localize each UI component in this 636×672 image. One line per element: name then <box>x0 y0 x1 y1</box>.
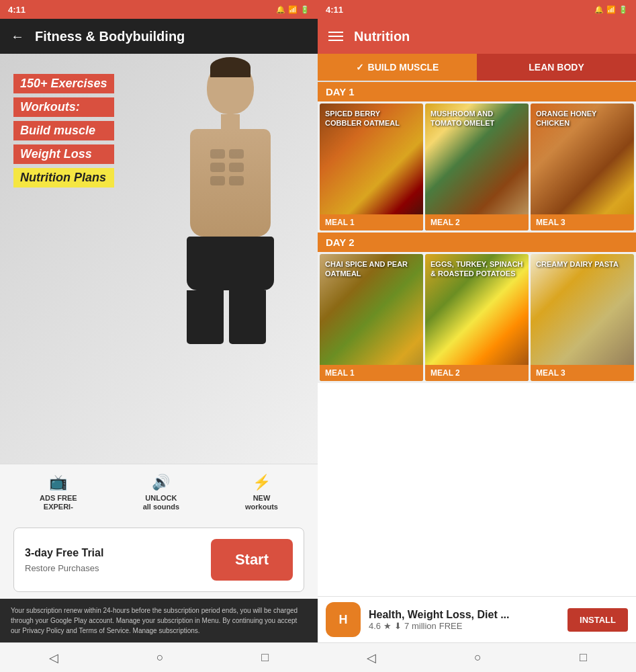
feature-workouts: ⚡ NEWworkouts <box>245 474 278 511</box>
right-title: Nutrition <box>354 29 410 44</box>
wifi-icon: 📶 <box>288 5 298 14</box>
right-header: Nutrition <box>318 19 636 54</box>
feature-ads-label: ADS FREEEXPERI- <box>40 494 77 511</box>
meal-card-2[interactable]: MUSHROOM AND TOMATO OMELET MEAL 2 <box>425 103 529 230</box>
person-hair <box>210 57 251 77</box>
meal6-name: CREAMY DAIRY PASTA <box>536 259 629 269</box>
feature-sounds-label: UNLOCKall sounds <box>143 494 179 511</box>
right-time: 4:11 <box>326 5 343 15</box>
back-button[interactable]: ← <box>11 29 24 44</box>
day2-meals: CHAI SPICE AND PEAR OATMEAL MEAL 1 EGGS,… <box>318 252 636 383</box>
left-nav-bar: ◁ ○ □ <box>0 642 318 672</box>
trial-info: 3-day Free Trial Restore Purchases <box>25 547 103 573</box>
right-nav-bar: ◁ ○ □ <box>318 642 636 672</box>
hero-text: 150+ Exercises Workouts: Build muscle We… <box>13 74 114 187</box>
meal3-name: ORANGE HONEY CHICKEN <box>536 109 629 128</box>
person-legs <box>187 290 274 344</box>
hero-section: 150+ Exercises Workouts: Build muscle We… <box>0 54 318 464</box>
ad-title: Health, Weight Loss, Diet ... <box>369 609 559 621</box>
hamburger-line-3 <box>328 40 343 41</box>
rating-value: 4.6 <box>369 621 381 631</box>
ad-icon-text: H <box>339 613 348 627</box>
right-wifi-icon: 📶 <box>606 5 616 14</box>
abs-block <box>210 163 225 172</box>
right-status-bar: 4:11 🔔 📶 🔋 <box>318 0 636 19</box>
day1-meals: SPICED BERRY COBBLER OATMEAL MEAL 1 MUSH… <box>318 101 636 233</box>
lightning-icon: ⚡ <box>253 474 271 491</box>
person-neck <box>221 114 240 129</box>
menu-button[interactable] <box>328 32 343 41</box>
meal4-name: CHAI SPICE AND PEAR OATMEAL <box>325 259 418 279</box>
hero-line-5: Nutrition Plans <box>13 168 114 187</box>
left-title: Fitness & Bodybuilding <box>35 29 185 44</box>
tab-build-muscle[interactable]: ✓ BUILD MUSCLE <box>318 54 477 81</box>
abs-block <box>229 163 244 172</box>
fitness-person-image <box>163 60 298 309</box>
left-status-icons: 🔔 📶 🔋 <box>276 5 310 14</box>
build-muscle-label: BUILD MUSCLE <box>368 62 439 73</box>
abs-block <box>229 176 244 185</box>
right-home-button[interactable]: ○ <box>461 645 495 670</box>
meal4-badge: MEAL 1 <box>320 365 423 381</box>
abs-block <box>229 149 244 159</box>
right-bell-icon: 🔔 <box>594 5 604 14</box>
meal1-name: SPICED BERRY COBBLER OATMEAL <box>325 109 418 128</box>
hero-line-3: Build muscle <box>13 121 114 140</box>
abs-row-2 <box>210 163 251 172</box>
meal-card-4[interactable]: CHAI SPICE AND PEAR OATMEAL MEAL 1 <box>320 254 423 381</box>
left-status-bar: 4:11 🔔 📶 🔋 <box>0 0 318 19</box>
start-button[interactable]: Start <box>211 539 293 581</box>
restore-purchases[interactable]: Restore Purchases <box>25 563 103 573</box>
recent-nav-button[interactable]: □ <box>248 645 282 670</box>
ads-icon: 📺 <box>49 474 67 491</box>
meal2-badge: MEAL 2 <box>425 214 529 230</box>
right-recent-button[interactable]: □ <box>566 645 600 670</box>
sound-icon: 🔊 <box>152 474 170 491</box>
feature-ads: 📺 ADS FREEEXPERI- <box>40 474 77 511</box>
nutrition-tabs: ✓ BUILD MUSCLE LEAN BODY <box>318 54 636 82</box>
right-battery-icon: 🔋 <box>619 5 628 14</box>
feature-sounds: 🔊 UNLOCKall sounds <box>143 474 179 511</box>
check-icon: ✓ <box>356 62 364 73</box>
meal-card-3[interactable]: ORANGE HONEY CHICKEN MEAL 3 <box>531 103 634 230</box>
ad-rating: 4.6 ★ ⬇ 7 million FREE <box>369 621 559 631</box>
battery-icon: 🔋 <box>300 5 310 14</box>
meal-card-6[interactable]: CREAMY DAIRY PASTA MEAL 3 <box>531 254 634 381</box>
abs-block <box>210 149 225 159</box>
star-icon: ★ <box>383 621 392 631</box>
left-header: ← Fitness & Bodybuilding <box>0 19 318 54</box>
legal-text: Your subscription renew within 24-hours … <box>0 599 318 642</box>
tab-lean-body[interactable]: LEAN BODY <box>477 54 636 81</box>
install-button[interactable]: INSTALL <box>567 608 628 632</box>
features-row: 📺 ADS FREEEXPERI- 🔊 UNLOCKall sounds ⚡ N… <box>0 464 318 521</box>
meal5-badge: MEAL 2 <box>425 365 529 381</box>
meal-card-5[interactable]: EGGS, TURKEY, SPINACH & ROASTED POTATOES… <box>425 254 529 381</box>
meal1-badge: MEAL 1 <box>320 214 423 230</box>
price-label: FREE <box>439 621 463 631</box>
meal-card-1[interactable]: SPICED BERRY COBBLER OATMEAL MEAL 1 <box>320 103 423 230</box>
ad-info: Health, Weight Loss, Diet ... 4.6 ★ ⬇ 7 … <box>369 609 559 631</box>
abs-block <box>210 176 225 185</box>
hero-line-2: Workouts: <box>13 97 114 117</box>
abs-row-3 <box>210 176 251 185</box>
ad-banner: H Health, Weight Loss, Diet ... 4.6 ★ ⬇ … <box>318 596 636 642</box>
download-count: 7 million <box>404 621 437 631</box>
hero-line-1: 150+ Exercises <box>13 74 114 93</box>
person-torso <box>190 129 271 237</box>
ad-app-icon: H <box>326 602 361 637</box>
day2-header: DAY 2 <box>318 233 636 252</box>
meal6-badge: MEAL 3 <box>531 365 634 381</box>
right-back-button[interactable]: ◁ <box>353 645 390 671</box>
day1-header: DAY 1 <box>318 82 636 101</box>
abs-row-1 <box>210 149 251 159</box>
back-nav-button[interactable]: ◁ <box>36 645 72 671</box>
abs-lines <box>210 149 251 190</box>
left-panel: 4:11 🔔 📶 🔋 ← Fitness & Bodybuilding <box>0 0 318 672</box>
home-nav-button[interactable]: ○ <box>143 645 177 670</box>
bell-icon: 🔔 <box>276 5 285 14</box>
feature-workouts-label: NEWworkouts <box>245 494 278 511</box>
right-panel: 4:11 🔔 📶 🔋 Nutrition ✓ BUILD MUSCLE LEAN… <box>318 0 636 672</box>
trial-title: 3-day Free Trial <box>25 547 103 559</box>
hero-line-4: Weight Loss <box>13 144 114 164</box>
hamburger-line-1 <box>328 32 343 33</box>
